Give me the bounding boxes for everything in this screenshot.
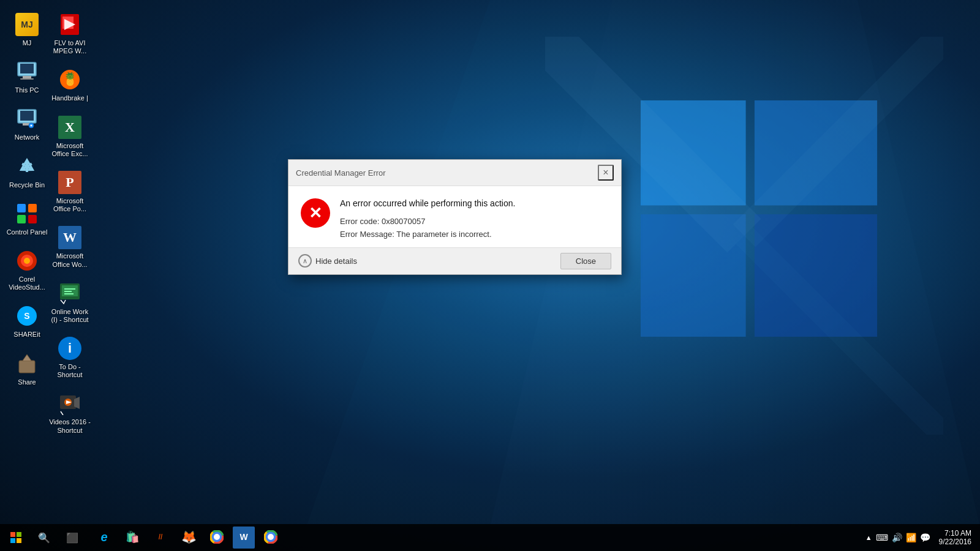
taskbar-clock[interactable]: 7:10 AM 9/22/2016: [935, 529, 975, 546]
svg-rect-42: [10, 532, 15, 537]
svg-point-50: [214, 534, 220, 540]
start-button[interactable]: [2, 524, 29, 551]
volume-icon[interactable]: 🔊: [892, 533, 902, 542]
dialog-titlebar: Credential Manager Error ×: [288, 160, 621, 186]
clock-date: 9/22/2016: [939, 538, 971, 546]
hide-details-label: Hide details: [315, 257, 357, 266]
desktop: MJ MJ This PC Network Recycle Bin: [0, 0, 980, 551]
action-center-icon[interactable]: 💬: [920, 533, 930, 542]
keyboard-icon[interactable]: ⌨: [876, 533, 888, 542]
taskbar-firefox[interactable]: 🦊: [175, 524, 202, 551]
notification-chevron[interactable]: ▲: [865, 534, 872, 541]
dialog-main-message: An error occurred while performing this …: [340, 198, 609, 208]
dialog-close-button[interactable]: ×: [598, 165, 614, 181]
dialog-error-message: Error Message: The parameter is incorrec…: [340, 228, 609, 241]
taskbar-chrome1[interactable]: [203, 524, 230, 551]
taskbar-word[interactable]: W: [233, 527, 255, 549]
dialog-title: Credential Manager Error: [296, 168, 386, 178]
svg-point-55: [268, 534, 274, 540]
hide-details-button[interactable]: ∧ Hide details: [298, 254, 357, 268]
dialog-body: ✕ An error occurred while performing thi…: [288, 186, 621, 247]
error-icon: ✕: [301, 198, 330, 228]
taskbar-apps: e 🛍️ // 🦊 W: [91, 524, 284, 551]
search-button[interactable]: 🔍: [31, 524, 58, 551]
taskbar-perforce[interactable]: //: [147, 524, 174, 551]
taskbar-chrome2[interactable]: [257, 524, 284, 551]
svg-rect-45: [17, 538, 21, 543]
taskbar: 🔍 ⬛ e 🛍️ // 🦊 W ▲ ⌨ 🔊 📶 💬: [0, 524, 980, 551]
dialog-overlay: Credential Manager Error × ✕ An error oc…: [0, 0, 980, 551]
dialog-footer: ∧ Hide details Close: [288, 247, 621, 274]
taskbar-store[interactable]: 🛍️: [119, 524, 146, 551]
dialog-error-code: Error code: 0x80070057: [340, 216, 609, 228]
svg-rect-43: [17, 532, 21, 537]
network-taskbar-icon[interactable]: 📶: [906, 533, 916, 542]
task-view-button[interactable]: ⬛: [59, 524, 86, 551]
close-button[interactable]: Close: [560, 253, 611, 269]
taskbar-right: ▲ ⌨ 🔊 📶 💬 7:10 AM 9/22/2016: [863, 529, 980, 546]
taskbar-edge[interactable]: e: [91, 524, 118, 551]
credential-manager-error-dialog: Credential Manager Error × ✕ An error oc…: [288, 159, 622, 275]
taskbar-sys-icons: ▲ ⌨ 🔊 📶 💬: [863, 533, 933, 542]
svg-rect-44: [10, 538, 15, 543]
dialog-content: An error occurred while performing this …: [340, 198, 609, 241]
chevron-up-icon: ∧: [298, 254, 312, 268]
clock-time: 7:10 AM: [944, 529, 971, 538]
taskbar-left: 🔍 ⬛: [0, 524, 88, 551]
